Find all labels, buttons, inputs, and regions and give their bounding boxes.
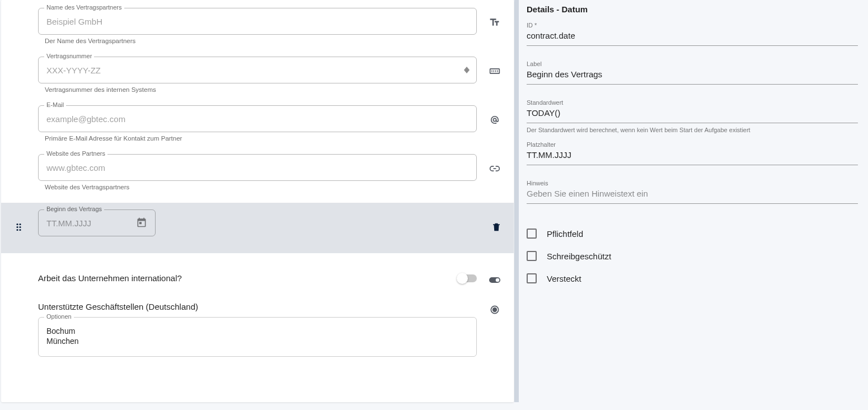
hidden-checkbox-row[interactable]: Versteckt — [527, 273, 858, 283]
radio-icon — [488, 303, 501, 316]
options-label: Optionen — [44, 313, 74, 320]
field-label: Arbeit das Unternehmen international? — [38, 273, 182, 283]
detail-label: ID * — [527, 22, 537, 29]
field-label: Beginn des Vertrags — [44, 206, 104, 212]
field-label: Website des Partners — [44, 150, 107, 157]
detail-label: Hinweis — [527, 180, 548, 187]
field-hint: Primäre E-Mail Adresse für Kontakt zum P… — [45, 135, 477, 142]
delete-button[interactable] — [491, 222, 501, 235]
detail-label: Standardwert — [527, 99, 563, 106]
required-checkbox[interactable] — [527, 229, 537, 239]
details-pane: Details - Datum ID * contract.date Label… — [519, 0, 868, 402]
international-toggle[interactable] — [458, 274, 477, 282]
detail-label: Platzhalter — [527, 141, 556, 148]
detail-id-field[interactable]: ID * contract.date — [527, 22, 858, 46]
form-builder-pane: Name des Vertragspartners Der Name des V… — [0, 0, 514, 410]
svg-point-2 — [16, 223, 18, 225]
email-input[interactable] — [46, 114, 468, 124]
field-website[interactable]: Website des Partners Website des Vertrag… — [1, 151, 514, 203]
drag-handle-icon[interactable] — [16, 223, 24, 233]
detail-placeholder-field[interactable]: Platzhalter TT.MM.JJJJ — [527, 141, 858, 165]
calendar-icon[interactable] — [136, 217, 147, 230]
readonly-checkbox[interactable] — [527, 251, 537, 261]
contract-number-input[interactable] — [46, 66, 468, 75]
field-email[interactable]: E-Mail Primäre E-Mail Adresse für Kontak… — [1, 102, 514, 151]
detail-label-input[interactable]: Beginn des Vertrags — [527, 69, 858, 81]
at-icon — [488, 113, 501, 127]
detail-label-field[interactable]: Label Beginn des Vertrags — [527, 60, 858, 85]
field-contract-number[interactable]: Vertragsnummer Vertragsnummer des intern… — [1, 53, 514, 102]
details-header: Details - Datum — [527, 0, 858, 22]
checkbox-label: Pflichtfeld — [547, 229, 583, 239]
field-hint: Vertragsnummer des internen Systems — [45, 86, 477, 93]
field-partner-name[interactable]: Name des Vertragspartners Der Name des V… — [1, 0, 514, 53]
field-label: Name des Vertragspartners — [44, 4, 124, 11]
detail-hint-field[interactable]: Hinweis Geben Sie einen Hinweistext ein — [527, 180, 858, 204]
svg-point-7 — [19, 229, 21, 231]
detail-default-hint: Der Standardwert wird berechnet, wenn ke… — [527, 127, 858, 133]
partner-name-input[interactable] — [46, 17, 468, 26]
detail-placeholder-input[interactable]: TT.MM.JJJJ — [527, 150, 858, 161]
options-box[interactable]: Optionen Bochum München — [38, 317, 477, 357]
required-checkbox-row[interactable]: Pflichtfeld — [527, 229, 858, 239]
number-icon — [488, 64, 501, 78]
svg-point-9 — [496, 278, 500, 282]
svg-point-11 — [493, 308, 497, 312]
field-hint: Website des Vertragspartners — [45, 184, 477, 190]
form-card: Name des Vertragspartners Der Name des V… — [1, 0, 514, 402]
svg-point-6 — [16, 229, 18, 231]
field-label: Vertragsnummer — [44, 53, 94, 59]
field-label: E-Mail — [44, 101, 66, 108]
start-date-input[interactable] — [46, 218, 133, 228]
option-item: Bochum — [46, 327, 468, 337]
text-size-icon — [488, 16, 501, 29]
hidden-checkbox[interactable] — [527, 273, 537, 283]
website-input[interactable] — [46, 163, 468, 173]
readonly-checkbox-row[interactable]: Schreibgeschützt — [527, 251, 858, 261]
svg-point-5 — [19, 226, 21, 228]
field-hint: Der Name des Vertragspartners — [45, 38, 477, 44]
pane-splitter[interactable] — [514, 0, 519, 402]
detail-label: Label — [527, 60, 542, 67]
field-label: Unterstützte Geschäftstellen (Deutschlan… — [38, 302, 198, 311]
field-branches[interactable]: Unterstützte Geschäftstellen (Deutschlan… — [1, 296, 514, 360]
svg-rect-0 — [490, 69, 500, 73]
detail-id-input[interactable]: contract.date — [527, 31, 858, 42]
svg-point-4 — [16, 226, 18, 228]
detail-default-input[interactable]: TODAY() — [527, 108, 858, 119]
toggle-type-icon — [488, 273, 501, 287]
detail-hint-input[interactable]: Geben Sie einen Hinweistext ein — [527, 189, 858, 200]
checkbox-label: Versteckt — [547, 274, 581, 283]
checkbox-label: Schreibgeschützt — [547, 251, 611, 261]
detail-default-field[interactable]: Standardwert TODAY() — [527, 99, 858, 123]
field-international[interactable]: Arbeit das Unternehmen international? — [1, 253, 514, 296]
field-start-date[interactable]: Beginn des Vertrags — [1, 203, 514, 253]
option-item: München — [46, 337, 468, 347]
svg-point-3 — [19, 223, 21, 225]
link-icon — [488, 162, 501, 175]
number-stepper[interactable] — [464, 67, 470, 73]
